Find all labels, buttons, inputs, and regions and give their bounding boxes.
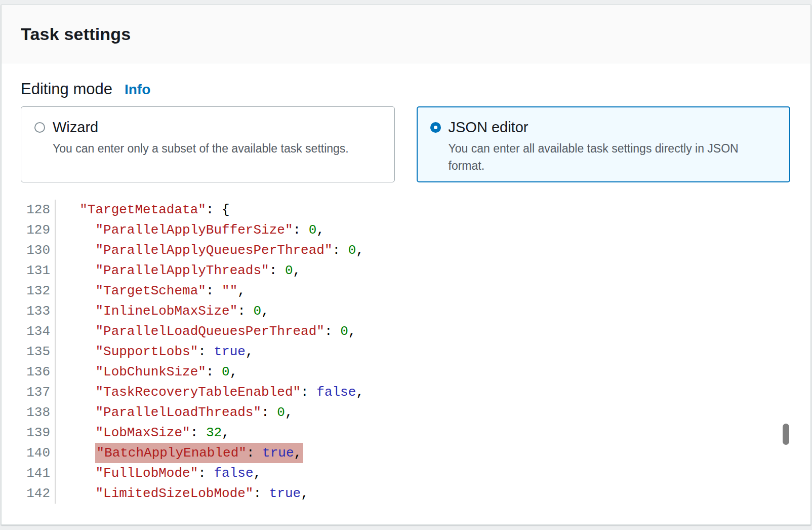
code-line-text[interactable]: "ParallelApplyThreads": 0, bbox=[56, 260, 301, 281]
scrollbar-thumb[interactable] bbox=[783, 424, 789, 445]
editing-mode-options: Wizard You can enter only a subset of th… bbox=[21, 106, 790, 182]
editing-mode-row: Editing mode Info bbox=[21, 80, 790, 98]
code-line-text[interactable]: "LobChunkSize": 0, bbox=[56, 362, 237, 382]
code-line[interactable]: 133 "InlineLobMaxSize": 0, bbox=[2, 301, 790, 321]
code-line-text[interactable]: "TargetMetadata": { bbox=[56, 200, 230, 220]
line-number: 139 bbox=[2, 423, 56, 443]
code-line-text[interactable]: "ParallelLoadThreads": 0, bbox=[56, 402, 293, 423]
code-line[interactable]: 136 "LobChunkSize": 0, bbox=[2, 362, 790, 382]
json-editor-radio-button[interactable] bbox=[430, 122, 441, 133]
code-line[interactable]: 130 "ParallelApplyQueuesPerThread": 0, bbox=[2, 240, 790, 260]
code-line-text[interactable]: "LimitedSizeLobMode": true, bbox=[56, 483, 309, 504]
wizard-radio-button[interactable] bbox=[34, 122, 45, 133]
code-line[interactable]: 132 "TargetSchema": "", bbox=[2, 281, 790, 301]
code-line[interactable]: 141 "FullLobMode": false, bbox=[2, 463, 790, 483]
option-card-wizard[interactable]: Wizard You can enter only a subset of th… bbox=[21, 106, 395, 182]
json-editor-description: You can enter all available task setting… bbox=[449, 140, 778, 174]
line-number: 133 bbox=[2, 301, 56, 321]
line-number: 141 bbox=[2, 463, 56, 483]
json-editor-code-area[interactable]: 128 "TargetMetadata": {129 "ParallelAppl… bbox=[2, 200, 790, 516]
code-line-text[interactable]: "TargetSchema": "", bbox=[56, 281, 246, 301]
line-number: 136 bbox=[2, 362, 56, 382]
option-card-json-editor-top: JSON editor bbox=[430, 119, 778, 136]
code-line-text[interactable]: "ParallelApplyBufferSize": 0, bbox=[56, 220, 324, 240]
code-line-text[interactable]: "LobMaxSize": 32, bbox=[56, 423, 230, 443]
code-line[interactable]: 128 "TargetMetadata": { bbox=[2, 200, 790, 220]
panel-header: Task settings bbox=[2, 5, 810, 63]
line-number: 134 bbox=[2, 321, 56, 342]
wizard-description: You can enter only a subset of the avail… bbox=[53, 140, 382, 157]
editing-mode-label: Editing mode bbox=[21, 80, 112, 98]
line-number: 137 bbox=[2, 382, 56, 402]
code-line[interactable]: 131 "ParallelApplyThreads": 0, bbox=[2, 260, 790, 281]
line-number: 142 bbox=[2, 483, 56, 504]
code-line[interactable]: 134 "ParallelLoadQueuesPerThread": 0, bbox=[2, 321, 790, 342]
task-settings-panel: Task settings Editing mode Info Wizard Y… bbox=[1, 5, 811, 525]
line-number: 138 bbox=[2, 402, 56, 423]
code-line[interactable]: 135 "SupportLobs": true, bbox=[2, 342, 790, 362]
code-line[interactable]: 138 "ParallelLoadThreads": 0, bbox=[2, 402, 790, 423]
line-number: 131 bbox=[2, 260, 56, 281]
code-line-text[interactable]: "BatchApplyEnabled": true, bbox=[56, 443, 303, 463]
code-line-text[interactable]: "InlineLobMaxSize": 0, bbox=[56, 301, 269, 321]
line-number: 140 bbox=[2, 443, 56, 463]
code-line-text[interactable]: "ParallelApplyQueuesPerThread": 0, bbox=[56, 240, 364, 260]
line-number: 135 bbox=[2, 342, 56, 362]
panel-content: Editing mode Info Wizard You can enter o… bbox=[2, 63, 810, 516]
json-editor-label: JSON editor bbox=[449, 119, 529, 136]
code-line[interactable]: 137 "TaskRecoveryTableEnabled": false, bbox=[2, 382, 790, 402]
page-title: Task settings bbox=[21, 24, 131, 44]
info-link[interactable]: Info bbox=[125, 82, 150, 98]
line-number: 132 bbox=[2, 281, 56, 301]
code-line[interactable]: 139 "LobMaxSize": 32, bbox=[2, 423, 790, 443]
selection-highlight: "BatchApplyEnabled": true, bbox=[95, 443, 303, 463]
option-card-json-editor[interactable]: JSON editor You can enter all available … bbox=[417, 106, 791, 182]
code-line-text[interactable]: "ParallelLoadQueuesPerThread": 0, bbox=[56, 321, 356, 342]
wizard-label: Wizard bbox=[53, 119, 98, 136]
line-number: 128 bbox=[2, 200, 56, 220]
code-line-text[interactable]: "FullLobMode": false, bbox=[56, 463, 261, 483]
line-number: 130 bbox=[2, 240, 56, 260]
code-line-text[interactable]: "SupportLobs": true, bbox=[56, 342, 254, 362]
code-line-text[interactable]: "TaskRecoveryTableEnabled": false, bbox=[56, 382, 364, 402]
option-card-wizard-top: Wizard bbox=[34, 119, 382, 136]
code-line[interactable]: 129 "ParallelApplyBufferSize": 0, bbox=[2, 220, 790, 240]
line-number: 129 bbox=[2, 220, 56, 240]
code-line[interactable]: 140 "BatchApplyEnabled": true, bbox=[2, 443, 790, 463]
code-line[interactable]: 142 "LimitedSizeLobMode": true, bbox=[2, 483, 790, 504]
